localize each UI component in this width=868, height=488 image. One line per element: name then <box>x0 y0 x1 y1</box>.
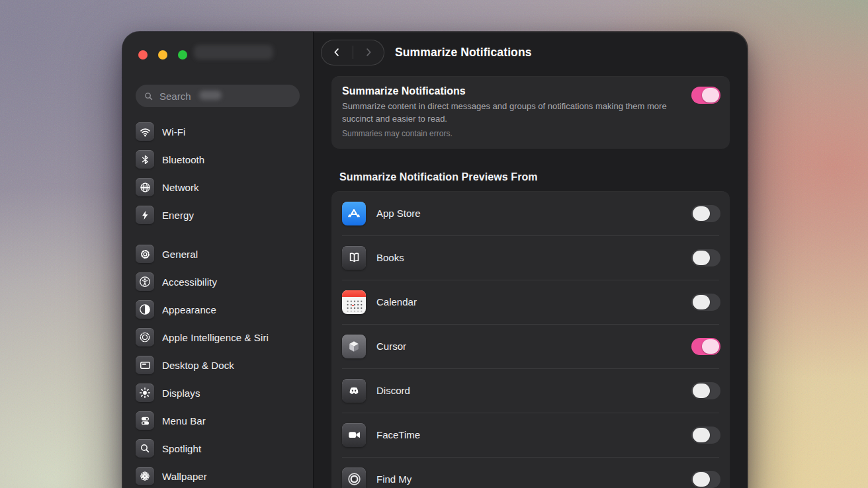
app-label: Books <box>376 252 404 263</box>
displays-icon <box>136 384 154 402</box>
calendar-icon <box>342 290 366 314</box>
zoom-button[interactable] <box>178 50 187 60</box>
find-my-icon <box>342 468 366 488</box>
sidebar-item-wallpaper[interactable]: Wallpaper <box>129 462 306 488</box>
toggle-knob <box>693 295 710 309</box>
search-field[interactable] <box>136 85 300 107</box>
magnifier-icon <box>144 91 153 101</box>
sidebar-item-network[interactable]: Network <box>129 173 306 201</box>
desktop-wallpaper: Wi-FiBluetoothNetworkEnergyGeneralAccess… <box>0 0 868 488</box>
app-store-toggle[interactable] <box>691 205 720 222</box>
summary-card-text: Summarize Notifications Summarize conten… <box>342 85 719 138</box>
spotlight-icon <box>136 439 154 458</box>
globe-icon <box>136 178 154 196</box>
app-label: App Store <box>376 208 421 219</box>
system-settings-window: Wi-FiBluetoothNetworkEnergyGeneralAccess… <box>122 32 748 488</box>
sidebar-item-label: Desktop & Dock <box>162 360 234 371</box>
facetime-icon <box>342 423 366 447</box>
sidebar-item-appearance[interactable]: Appearance <box>129 296 306 323</box>
calendar-toggle[interactable] <box>691 294 720 311</box>
sidebar-item-label: Energy <box>162 210 194 221</box>
redacted-search-text <box>199 91 222 100</box>
toggle-knob <box>693 428 710 442</box>
settings-sidebar: Wi-FiBluetoothNetworkEnergyGeneralAccess… <box>122 32 314 488</box>
sidebar-item-spotlight[interactable]: Spotlight <box>129 434 306 462</box>
settings-scroll-area[interactable]: Summarize Notifications Summarize conten… <box>314 73 748 488</box>
app-row-calendar: Calendar <box>331 280 730 324</box>
sidebar-item-desktop-and-dock[interactable]: Desktop & Dock <box>129 351 306 379</box>
menu-bar-icon <box>136 411 154 430</box>
toggle-knob <box>702 339 719 354</box>
cursor-icon <box>342 335 366 358</box>
toggle-knob <box>693 384 710 398</box>
sidebar-item-label: Bluetooth <box>162 154 204 165</box>
sidebar-item-menu-bar[interactable]: Menu Bar <box>129 407 306 434</box>
toggle-knob <box>702 88 719 102</box>
history-nav <box>321 40 384 65</box>
sidebar-item-label: Network <box>162 182 199 193</box>
chevron-right-icon <box>363 46 374 58</box>
appearance-icon <box>136 300 154 319</box>
settings-content: Summarize Notifications Summarize Notifi… <box>314 32 748 488</box>
app-row-discord: Discord <box>331 368 730 413</box>
cursor-toggle[interactable] <box>691 338 720 355</box>
page-title: Summarize Notifications <box>395 46 532 60</box>
back-button[interactable] <box>322 40 353 65</box>
sidebar-item-label: Wallpaper <box>162 471 207 482</box>
books-icon <box>342 246 366 270</box>
minimize-button[interactable] <box>158 50 167 60</box>
search-input[interactable] <box>158 90 292 102</box>
sidebar-item-label: Appearance <box>162 304 216 315</box>
sidebar-item-displays[interactable]: Displays <box>129 379 306 407</box>
sidebar-item-label: Wi-Fi <box>162 126 185 138</box>
summary-card-footnote: Summaries may contain errors. <box>342 129 719 138</box>
gear-icon <box>136 245 154 263</box>
apps-list-card: App StoreBooksCalendarCursorDiscordFaceT… <box>331 191 730 488</box>
bluetooth-icon <box>136 150 154 169</box>
discord-icon <box>342 379 366 403</box>
app-label: FaceTime <box>376 429 420 440</box>
redacted-account-name <box>194 45 273 60</box>
sidebar-item-label: Menu Bar <box>162 415 206 427</box>
section-title: Summarize Notification Previews From <box>339 171 730 183</box>
sidebar-item-label: Spotlight <box>162 443 201 454</box>
desktop-dock-icon <box>136 356 154 374</box>
toggle-knob <box>693 251 710 265</box>
summarize-notifications-toggle[interactable] <box>691 87 720 104</box>
sidebar-item-apple-intelligence-and-siri[interactable]: Apple Intelligence & Siri <box>129 323 306 351</box>
summarize-notifications-card: Summarize Notifications Summarize conten… <box>331 76 730 149</box>
sidebar-item-label: Accessibility <box>162 276 217 288</box>
sidebar-group: Wi-FiBluetoothNetworkEnergy <box>129 118 306 229</box>
wallpaper-icon <box>136 467 154 485</box>
toggle-knob <box>693 206 710 221</box>
sidebar-item-bluetooth[interactable]: Bluetooth <box>129 145 306 173</box>
app-row-books: Books <box>331 235 730 280</box>
summary-card-description: Summarize content in direct messages and… <box>342 101 681 126</box>
sidebar-item-accessibility[interactable]: Accessibility <box>129 268 306 296</box>
books-toggle[interactable] <box>691 249 720 266</box>
toggle-knob <box>693 472 710 487</box>
find-my-toggle[interactable] <box>691 471 720 488</box>
app-label: Calendar <box>376 296 417 307</box>
sidebar-item-label: General <box>162 249 198 260</box>
app-row-facetime: FaceTime <box>331 413 730 457</box>
forward-button[interactable] <box>353 40 384 65</box>
sidebar-nav: Wi-FiBluetoothNetworkEnergyGeneralAccess… <box>122 107 313 488</box>
sidebar-item-wi-fi[interactable]: Wi-Fi <box>129 118 306 145</box>
sidebar-item-general[interactable]: General <box>129 240 306 268</box>
discord-toggle[interactable] <box>691 382 720 399</box>
bolt-icon <box>136 206 154 224</box>
close-button[interactable] <box>138 50 148 60</box>
app-store-icon <box>342 202 366 225</box>
app-label: Find My <box>376 473 412 485</box>
facetime-toggle[interactable] <box>691 427 720 444</box>
apple-intelligence-icon <box>136 328 154 346</box>
app-label: Cursor <box>376 341 406 352</box>
sidebar-item-energy[interactable]: Energy <box>129 201 306 229</box>
sidebar-group: GeneralAccessibilityAppearanceApple Inte… <box>129 240 306 488</box>
chevron-left-icon <box>331 46 343 58</box>
accessibility-icon <box>136 272 154 291</box>
summary-card-title: Summarize Notifications <box>342 85 719 97</box>
content-header: Summarize Notifications <box>314 32 748 73</box>
app-label: Discord <box>376 385 410 396</box>
